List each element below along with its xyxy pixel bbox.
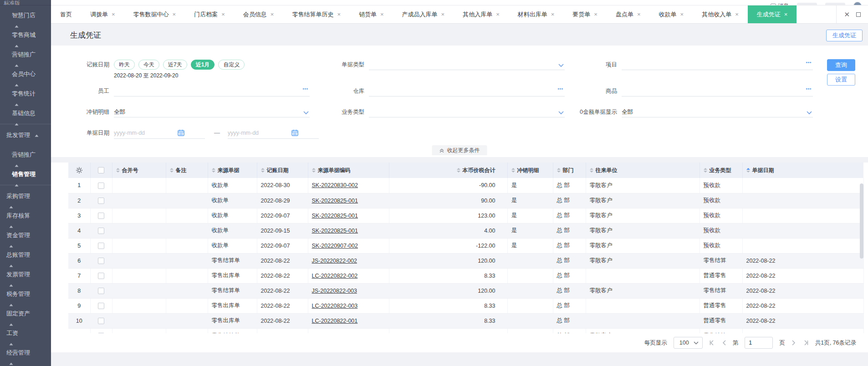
tab-close-icon[interactable]: × bbox=[112, 11, 115, 18]
calendar-icon[interactable] bbox=[291, 129, 298, 136]
cell-来源单据编码[interactable]: LC-20220822-001 bbox=[308, 313, 389, 328]
source-doc-link[interactable]: JS-20220822-002 bbox=[312, 258, 357, 264]
sidebar-item-发票管理[interactable]: 发票管理 bbox=[0, 264, 51, 284]
tab-close-icon[interactable]: × bbox=[441, 11, 445, 18]
source-doc-link[interactable]: JS-20220822-001 bbox=[312, 333, 357, 334]
tab-其他入库单[interactable]: 其他入库单 × bbox=[454, 5, 509, 23]
column-header-备注[interactable]: 备注 bbox=[166, 163, 208, 178]
table-row[interactable]: 6零售结算单2022-08-22JS-20220822-002120.00总 部… bbox=[68, 253, 863, 268]
column-header-来源单据编码[interactable]: 来源单据编码 bbox=[308, 163, 389, 178]
tab-门店档案[interactable]: 门店档案 × bbox=[185, 5, 234, 23]
sidebar-item-营销推广[interactable]: 营销推广 bbox=[0, 145, 51, 164]
tab-close-icon[interactable]: × bbox=[337, 11, 341, 18]
table-row[interactable]: 9零售出库单2022-08-22LC-20220822-0038.33总 部普通… bbox=[68, 298, 863, 313]
tab-会员信息[interactable]: 会员信息 × bbox=[234, 5, 283, 23]
restore-window-icon[interactable] bbox=[856, 10, 861, 18]
tab-调拨单[interactable]: 调拨单 × bbox=[81, 5, 124, 23]
sidebar-item-税务管理[interactable]: 税务管理 bbox=[0, 284, 51, 304]
employee-lookup[interactable]: ⋯ bbox=[114, 86, 310, 97]
sidebar-item-采购管理[interactable]: 采购管理 bbox=[0, 186, 51, 206]
source-doc-link[interactable]: LC-20220822-003 bbox=[312, 303, 358, 309]
column-header-来源单据[interactable]: 来源单据 bbox=[208, 163, 257, 178]
tab-零售结算单历史[interactable]: 零售结算单历史 × bbox=[283, 5, 350, 23]
sidebar-item-库存核算[interactable]: 库存核算 bbox=[0, 206, 51, 225]
cell-来源单据编码[interactable]: LC-20220822-002 bbox=[308, 268, 389, 283]
avatar[interactable] bbox=[853, 2, 862, 5]
doc-date-start-input[interactable] bbox=[114, 130, 178, 136]
table-row[interactable]: 2收款单2022-08-29SK-20220825-00190.00是总 部零散… bbox=[68, 193, 863, 208]
topbar-partial-item[interactable] bbox=[825, 3, 845, 5]
table-row[interactable]: 1收款单2022-08-30SK-20220830-002-90.00是总 部零… bbox=[68, 178, 863, 193]
tab-产成品入库单[interactable]: 产成品入库单 × bbox=[393, 5, 454, 23]
source-doc-link[interactable]: SK-20220825-001 bbox=[312, 228, 358, 234]
table-row[interactable]: 3收款单2022-09-07SK-20220825-001123.00是总 部零… bbox=[68, 208, 863, 223]
collapse-more-conditions[interactable]: 收起更多条件 bbox=[432, 145, 487, 155]
sidebar-item-工资[interactable]: 工资 bbox=[0, 323, 51, 343]
per-page-select[interactable]: 100 bbox=[674, 337, 703, 349]
tab-盘点单[interactable]: 盘点单 × bbox=[607, 5, 650, 23]
row-checkbox[interactable] bbox=[98, 198, 104, 204]
close-all-tabs-icon[interactable]: ✕ bbox=[844, 10, 850, 19]
settings-button[interactable]: 设置 bbox=[827, 74, 855, 86]
tab-close-icon[interactable]: × bbox=[784, 11, 788, 18]
column-header-部门[interactable]: 部门 bbox=[553, 163, 586, 178]
source-doc-link[interactable]: SK-20220825-001 bbox=[312, 198, 358, 204]
tab-材料出库单[interactable]: 材料出库单 × bbox=[509, 5, 564, 23]
page-number-input[interactable] bbox=[745, 337, 773, 349]
table-row[interactable]: 11零售结算单2022-08-22JS-20220822-001120.00总 … bbox=[68, 328, 863, 333]
first-page-icon[interactable] bbox=[709, 340, 715, 346]
tab-close-icon[interactable]: × bbox=[496, 11, 500, 18]
goods-lookup[interactable]: ⋯ bbox=[622, 86, 813, 97]
tab-close-icon[interactable]: × bbox=[735, 11, 739, 18]
zero-amount-select[interactable]: 全部 bbox=[622, 107, 813, 117]
column-header-往来单位[interactable]: 往来单位 bbox=[586, 163, 700, 178]
column-header-单据日期[interactable]: 单据日期 bbox=[742, 163, 863, 178]
tab-close-icon[interactable]: × bbox=[594, 11, 597, 18]
query-button[interactable]: 查询 bbox=[827, 59, 855, 71]
table-row[interactable]: 4收款单2022-09-15SK-20220825-0014.00是总 部零散客… bbox=[68, 223, 863, 238]
column-header-记账日期[interactable]: 记账日期 bbox=[257, 163, 308, 178]
gear-icon[interactable] bbox=[76, 167, 83, 174]
column-header-合并号[interactable]: 合并号 bbox=[112, 163, 166, 178]
project-lookup[interactable]: ⋯ bbox=[622, 59, 813, 70]
tab-收款单[interactable]: 收款单 × bbox=[650, 5, 693, 23]
generate-voucher-button[interactable]: 生成凭证 bbox=[826, 30, 863, 41]
tab-close-icon[interactable]: × bbox=[637, 11, 641, 18]
ellipsis-lookup-icon[interactable]: ⋯ bbox=[806, 57, 812, 68]
sidebar-item-固定资产[interactable]: 固定资产 bbox=[0, 304, 51, 323]
cell-来源单据编码[interactable]: JS-20220822-002 bbox=[308, 253, 389, 268]
row-checkbox[interactable] bbox=[98, 183, 104, 189]
row-checkbox[interactable] bbox=[98, 258, 104, 264]
last-page-icon[interactable] bbox=[802, 340, 809, 346]
tab-其他收入单[interactable]: 其他收入单 × bbox=[693, 5, 748, 23]
cell-来源单据编码[interactable]: SK-20220825-001 bbox=[308, 223, 389, 238]
tab-要货单[interactable]: 要货单 × bbox=[563, 5, 607, 23]
row-checkbox[interactable] bbox=[98, 288, 104, 294]
cell-来源单据编码[interactable]: LC-20220822-003 bbox=[308, 298, 389, 313]
cell-来源单据编码[interactable]: SK-20220825-001 bbox=[308, 208, 389, 223]
cell-来源单据编码[interactable]: JS-20220822-001 bbox=[308, 328, 389, 333]
source-doc-link[interactable]: LC-20220822-002 bbox=[312, 273, 358, 279]
topbar-partial-item[interactable] bbox=[797, 3, 817, 5]
column-header-冲销明细[interactable]: 冲销明细 bbox=[507, 163, 553, 178]
quick-date-pill-近7天[interactable]: 近7天 bbox=[163, 60, 187, 70]
quick-date-pill-自定义[interactable]: 自定义 bbox=[218, 60, 245, 70]
row-checkbox[interactable] bbox=[98, 213, 104, 219]
select-all-checkbox[interactable] bbox=[98, 167, 104, 173]
tab-销货单[interactable]: 销货单 × bbox=[350, 5, 393, 23]
ellipsis-lookup-icon[interactable]: ⋯ bbox=[302, 84, 309, 95]
tab-close-icon[interactable]: × bbox=[271, 11, 274, 18]
row-checkbox[interactable] bbox=[98, 273, 104, 279]
tab-close-icon[interactable]: × bbox=[680, 11, 684, 18]
sidebar-item-基础信息[interactable]: 基础信息 bbox=[0, 103, 51, 123]
row-checkbox[interactable] bbox=[98, 303, 104, 309]
sidebar-item-批发管理[interactable]: 批发管理 bbox=[0, 125, 51, 145]
sidebar-item-零售商城[interactable]: 零售商城 bbox=[0, 25, 51, 45]
calendar-icon[interactable] bbox=[178, 129, 184, 136]
scrollbar-thumb[interactable] bbox=[860, 183, 863, 259]
warehouse-lookup[interactable]: ⋯ bbox=[369, 86, 565, 97]
column-settings-header[interactable] bbox=[68, 163, 90, 178]
sidebar-item-经营管理[interactable]: 经营管理 bbox=[0, 343, 51, 362]
cell-来源单据编码[interactable]: SK-20220830-002 bbox=[308, 178, 389, 193]
tab-close-icon[interactable]: × bbox=[221, 11, 225, 18]
